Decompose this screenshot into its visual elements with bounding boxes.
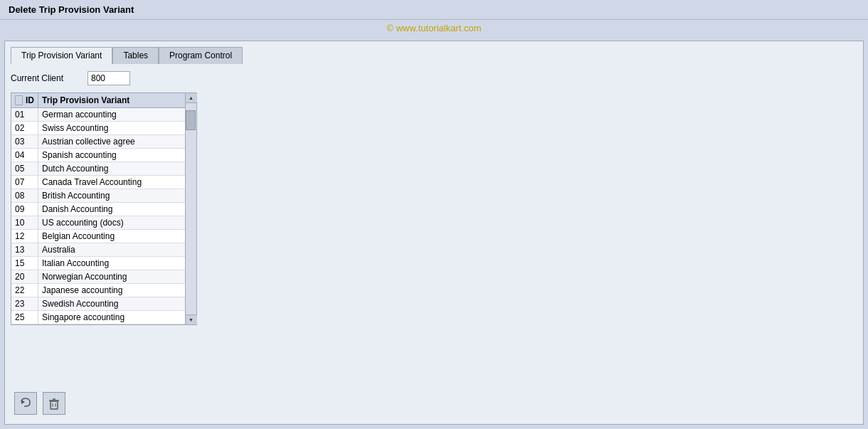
row-name-cell: Swedish Accounting — [38, 297, 185, 310]
row-name-cell: Italian Accounting — [38, 257, 185, 270]
table-row[interactable]: 07 Canada Travel Accounting — [11, 176, 185, 189]
row-name-cell: Spanish accounting — [38, 149, 185, 161]
row-name-cell: Norwegian Accounting — [38, 270, 185, 283]
tab-trip-provision[interactable]: Trip Provision Variant — [11, 47, 112, 64]
table-row[interactable]: 12 Belgian Accounting — [11, 230, 185, 243]
table-scrollbar[interactable]: ▲ ▼ — [185, 93, 196, 324]
bottom-toolbar — [14, 392, 65, 415]
scroll-up-arrow[interactable]: ▲ — [186, 93, 197, 103]
table-body: 01 German accounting 02 Swiss Accounting… — [11, 108, 185, 324]
scroll-down-arrow[interactable]: ▼ — [186, 314, 197, 324]
delete-icon — [47, 396, 61, 411]
row-name-cell: Swiss Accounting — [38, 122, 185, 134]
table-row[interactable]: 08 British Accounting — [11, 189, 185, 203]
table-row[interactable]: 01 German accounting — [11, 108, 185, 122]
row-name-cell: Australia — [38, 243, 185, 256]
row-name-cell: Austrian collective agree — [38, 135, 185, 148]
undo-button[interactable] — [14, 392, 37, 415]
current-client-input[interactable] — [88, 71, 130, 85]
row-id-cell: 20 — [11, 270, 38, 283]
page-title: Delete Trip Provision Variant — [9, 4, 134, 15]
row-id-cell: 12 — [11, 230, 38, 243]
table-row[interactable]: 13 Australia — [11, 243, 185, 257]
row-name-cell: Dutch Accounting — [38, 162, 185, 175]
row-id-cell: 10 — [11, 216, 38, 229]
row-id-cell: 01 — [11, 108, 38, 121]
row-id-cell: 09 — [11, 203, 38, 216]
row-id-cell: 22 — [11, 284, 38, 297]
name-header: Trip Provision Variant — [38, 93, 185, 107]
table-row[interactable]: 23 Swedish Accounting — [11, 297, 185, 311]
table-row[interactable]: 09 Danish Accounting — [11, 203, 185, 216]
row-name-cell: Canada Travel Accounting — [38, 176, 185, 189]
row-name-cell: Belgian Accounting — [38, 230, 185, 243]
watermark-text: © www.tutorialkart.com — [386, 23, 481, 33]
table-row[interactable]: 03 Austrian collective agree — [11, 135, 185, 149]
table-row[interactable]: 25 Singapore accounting — [11, 311, 185, 324]
row-id-cell: 08 — [11, 189, 38, 202]
table-row[interactable]: 04 Spanish accounting — [11, 149, 185, 162]
table-row[interactable]: 05 Dutch Accounting — [11, 162, 185, 176]
row-id-cell: 15 — [11, 257, 38, 270]
select-all-checkbox[interactable] — [15, 95, 23, 105]
scroll-thumb[interactable] — [186, 110, 196, 130]
tab-tables[interactable]: Tables — [112, 47, 159, 64]
current-client-label: Current Client — [11, 73, 82, 83]
table-row[interactable]: 15 Italian Accounting — [11, 257, 185, 270]
row-name-cell: Japanese accounting — [38, 284, 185, 297]
tab-program-control[interactable]: Program Control — [159, 47, 243, 64]
id-header: ID — [26, 95, 34, 105]
table-row[interactable]: 10 US accounting (docs) — [11, 216, 185, 230]
row-id-cell: 23 — [11, 297, 38, 310]
undo-icon — [18, 396, 33, 411]
row-name-cell: Danish Accounting — [38, 203, 185, 216]
delete-button[interactable] — [43, 392, 65, 415]
row-name-cell: Singapore accounting — [38, 311, 185, 324]
row-id-cell: 25 — [11, 311, 38, 324]
table-header: ID Trip Provision Variant — [11, 93, 185, 108]
tab-bar: Trip Provision Variant Tables Program Co… — [11, 47, 857, 64]
svg-marker-0 — [21, 400, 25, 404]
row-id-cell: 07 — [11, 176, 38, 189]
table-row[interactable]: 02 Swiss Accounting — [11, 122, 185, 135]
current-client-row: Current Client — [11, 71, 857, 85]
trip-provision-table: ID Trip Provision Variant 01 German acco… — [11, 92, 197, 325]
row-id-cell: 02 — [11, 122, 38, 134]
row-id-cell: 03 — [11, 135, 38, 148]
row-id-cell: 13 — [11, 243, 38, 256]
table-row[interactable]: 20 Norwegian Accounting — [11, 270, 185, 284]
table-row[interactable]: 22 Japanese accounting — [11, 284, 185, 297]
row-name-cell: US accounting (docs) — [38, 216, 185, 229]
svg-rect-1 — [51, 401, 58, 409]
row-name-cell: British Accounting — [38, 189, 185, 202]
row-id-cell: 04 — [11, 149, 38, 161]
row-id-cell: 05 — [11, 162, 38, 175]
row-name-cell: German accounting — [38, 108, 185, 121]
